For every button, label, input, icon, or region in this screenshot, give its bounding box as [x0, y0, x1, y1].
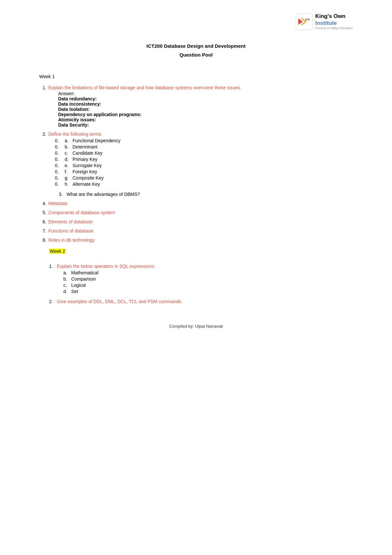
q1-ans-2: Data inconsistency:	[58, 101, 241, 107]
w2-q1-text: Explain the below operators in SQL expre…	[57, 264, 155, 269]
q5-text: Components of database system	[48, 210, 115, 215]
week2-container: Week 2	[39, 247, 353, 258]
q8-block: 8. Roles in db technology	[39, 237, 353, 243]
footer: Compiled by: Utpal Nanavati	[39, 324, 353, 329]
logo-tagline: Success in Higher Education	[315, 26, 353, 30]
week2-questions: 1. Explain the below operators in SQL ex…	[39, 264, 353, 304]
q2-sub-b: b.Determinant	[55, 144, 121, 149]
q1-answer-items: Data redundancy: Data inconsistency: Dat…	[48, 96, 241, 128]
q2-sub-e: e.Surrogate Key	[55, 163, 121, 168]
w2-q1-row: 1. Explain the below operators in SQL ex…	[49, 264, 353, 295]
q3-row: 3. What are the advantages of DBMS?	[59, 192, 353, 197]
q1-ans-4: Dependency on application programs:	[58, 112, 241, 117]
q2-block: 2. Define the following terms: a.Functio…	[39, 131, 353, 188]
q6-row: 6. Elements of database	[39, 219, 353, 224]
w2-q1-sub-c: c.Logical	[63, 283, 155, 288]
q2-sub-d: d.Primary Key	[55, 157, 121, 162]
q5-number: 5.	[39, 210, 48, 215]
q1-content: Explain the limitations of file-based st…	[48, 85, 241, 128]
q1-ans-3: Data Isolation:	[58, 107, 241, 112]
q2-sub-h: h.Alternate Key	[55, 182, 121, 187]
q3-number: 3.	[59, 192, 67, 197]
q1-ans-6: Data Security:	[58, 122, 241, 128]
q8-number: 8.	[39, 237, 48, 243]
q7-block: 7. Functions of database	[39, 228, 353, 234]
q1-answer-label: Answer:	[48, 91, 241, 96]
q6-block: 6. Elements of database	[39, 219, 353, 224]
q3-text: What are the advantages of DBMS?	[67, 192, 140, 197]
w2-q1-number: 1.	[49, 264, 57, 269]
week2-label: Week 2	[49, 249, 66, 254]
q1-row: 1. Explain the limitations of file-based…	[39, 85, 353, 128]
logo-text: King's Own Institute Success in Higher E…	[315, 13, 353, 30]
page: KOI King's Own Institute Success in High…	[0, 0, 392, 555]
q2-sub-c: c.Candidate Key	[55, 150, 121, 156]
q2-sub-a: a.Functional Dependency	[55, 138, 121, 143]
q6-text: Elements of database	[48, 219, 92, 224]
q1-number: 1.	[39, 85, 48, 90]
w2-q1-sub-b: b.Comparison	[63, 276, 155, 282]
document-title: ICT200 Database Design and Development	[39, 43, 353, 49]
header-logo: KOI King's Own Institute Success in High…	[39, 13, 353, 30]
w2-q1-sub-d: d.Set	[63, 289, 155, 294]
q1-block: 1. Explain the limitations of file-based…	[39, 85, 353, 128]
q8-row: 8. Roles in db technology	[39, 237, 353, 243]
q2-text: Define the following terms:	[48, 131, 102, 137]
q2-row: 2. Define the following terms: a.Functio…	[39, 131, 353, 188]
logo-institute: Institute	[315, 20, 353, 26]
q4-row: 4. Metadata	[39, 201, 353, 206]
w2-q1-block: 1. Explain the below operators in SQL ex…	[49, 264, 353, 295]
q7-number: 7.	[39, 228, 48, 234]
q4-block: 4. Metadata	[39, 201, 353, 206]
w2-q1-sub-a: a.Mathematical	[63, 270, 155, 275]
q1-text: Explain the limitations of file-based st…	[48, 85, 241, 90]
w2-q2-number: 2.	[49, 299, 57, 304]
q6-number: 6.	[39, 219, 48, 224]
q7-text: Functions of database	[48, 228, 93, 234]
q2-number: 2.	[39, 131, 48, 137]
q2-content: Define the following terms: a.Functional…	[48, 131, 121, 188]
logo-kings: King's Own	[315, 13, 353, 20]
w2-q2-block: 2. Give examples of DDL, DML, DCL, TCL a…	[49, 299, 353, 304]
w2-q1-content: Explain the below operators in SQL expre…	[57, 264, 155, 295]
document-subtitle: Question Pool	[39, 52, 353, 58]
footer-text: Compiled by: Utpal Nanavati	[169, 324, 223, 329]
q4-text: Metadata	[48, 201, 67, 206]
q2-sub-list: a.Functional Dependency b.Determinant c.…	[55, 138, 121, 187]
q8-text: Roles in db technology	[48, 237, 95, 243]
svg-text:KOI: KOI	[305, 18, 310, 21]
q2-sub-f: f.Foreign Key	[55, 169, 121, 174]
q4-number: 4.	[39, 201, 48, 206]
q7-row: 7. Functions of database	[39, 228, 353, 234]
w2-q2-text: Give examples of DDL, DML, DCL, TCL and …	[57, 299, 182, 304]
koi-logo-icon: KOI	[296, 13, 313, 30]
week1-label: Week 1	[39, 74, 353, 79]
q1-ans-5: Atomicity issues:	[58, 117, 241, 122]
q2-sub-g: g.Composite Key	[55, 175, 121, 181]
w2-q2-row: 2. Give examples of DDL, DML, DCL, TCL a…	[49, 299, 353, 304]
q5-block: 5. Components of database system	[39, 210, 353, 215]
w2-q1-sub-list: a.Mathematical b.Comparison c.Logical d.…	[63, 270, 155, 294]
logo-container: KOI King's Own Institute Success in High…	[296, 13, 353, 30]
q1-ans-1: Data redundancy:	[58, 96, 241, 101]
q5-row: 5. Components of database system	[39, 210, 353, 215]
q3-block: 3. What are the advantages of DBMS?	[39, 192, 353, 197]
